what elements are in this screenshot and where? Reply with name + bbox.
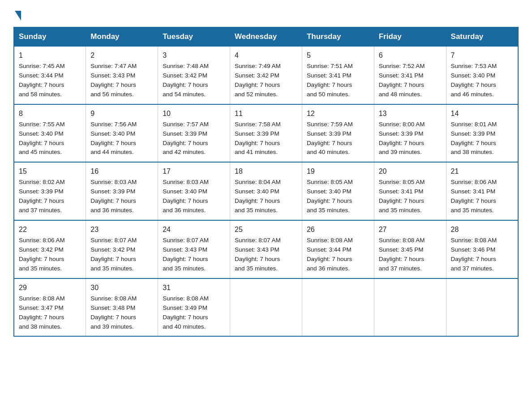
calendar-cell: 22 Sunrise: 8:06 AMSunset: 3:42 PMDaylig… xyxy=(14,220,86,278)
day-info: Sunrise: 7:47 AMSunset: 3:43 PMDaylight:… xyxy=(90,63,137,98)
calendar-cell xyxy=(302,278,374,337)
day-info: Sunrise: 8:02 AMSunset: 3:39 PMDaylight:… xyxy=(19,179,65,214)
calendar-week-2: 8 Sunrise: 7:55 AMSunset: 3:40 PMDayligh… xyxy=(14,104,518,163)
day-number: 9 xyxy=(90,108,153,119)
day-number: 8 xyxy=(19,108,81,119)
day-number: 15 xyxy=(19,166,81,177)
day-number: 20 xyxy=(379,166,442,177)
day-info: Sunrise: 7:53 AMSunset: 3:40 PMDaylight:… xyxy=(451,63,497,98)
day-number: 16 xyxy=(90,166,153,177)
day-number: 6 xyxy=(379,50,442,61)
calendar-cell: 9 Sunrise: 7:56 AMSunset: 3:40 PMDayligh… xyxy=(86,104,158,163)
header-tuesday: Tuesday xyxy=(158,27,230,46)
calendar-cell: 14 Sunrise: 8:01 AMSunset: 3:39 PMDaylig… xyxy=(446,104,518,163)
day-info: Sunrise: 7:56 AMSunset: 3:40 PMDaylight:… xyxy=(90,121,137,156)
day-number: 11 xyxy=(235,108,297,119)
day-info: Sunrise: 7:48 AMSunset: 3:42 PMDaylight:… xyxy=(163,63,209,98)
day-number: 3 xyxy=(163,50,225,61)
day-info: Sunrise: 8:06 AMSunset: 3:42 PMDaylight:… xyxy=(19,237,65,272)
calendar-cell: 3 Sunrise: 7:48 AMSunset: 3:42 PMDayligh… xyxy=(158,46,230,104)
day-number: 7 xyxy=(451,50,513,61)
day-number: 22 xyxy=(19,224,81,235)
calendar-cell: 29 Sunrise: 8:08 AMSunset: 3:47 PMDaylig… xyxy=(14,278,86,337)
day-info: Sunrise: 8:05 AMSunset: 3:41 PMDaylight:… xyxy=(379,179,425,214)
day-info: Sunrise: 7:49 AMSunset: 3:42 PMDaylight:… xyxy=(235,63,281,98)
calendar-cell xyxy=(446,278,518,337)
header-monday: Monday xyxy=(86,27,158,46)
day-number: 23 xyxy=(90,224,153,235)
calendar-cell: 12 Sunrise: 7:59 AMSunset: 3:39 PMDaylig… xyxy=(302,104,374,163)
day-number: 29 xyxy=(19,283,81,293)
day-info: Sunrise: 8:08 AMSunset: 3:45 PMDaylight:… xyxy=(379,237,425,272)
day-info: Sunrise: 7:45 AMSunset: 3:44 PMDaylight:… xyxy=(19,63,65,98)
header-thursday: Thursday xyxy=(302,27,374,46)
logo xyxy=(13,9,21,19)
day-number: 30 xyxy=(90,283,153,293)
calendar-cell: 19 Sunrise: 8:05 AMSunset: 3:40 PMDaylig… xyxy=(302,162,374,220)
day-info: Sunrise: 8:05 AMSunset: 3:40 PMDaylight:… xyxy=(307,179,353,214)
calendar-week-1: 1 Sunrise: 7:45 AMSunset: 3:44 PMDayligh… xyxy=(14,46,518,104)
calendar-week-3: 15 Sunrise: 8:02 AMSunset: 3:39 PMDaylig… xyxy=(14,162,518,220)
calendar-cell: 24 Sunrise: 8:07 AMSunset: 3:43 PMDaylig… xyxy=(158,220,230,278)
day-info: Sunrise: 7:57 AMSunset: 3:39 PMDaylight:… xyxy=(163,121,209,156)
calendar-cell xyxy=(230,278,302,337)
calendar-header-row: SundayMondayTuesdayWednesdayThursdayFrid… xyxy=(14,27,518,46)
day-number: 31 xyxy=(163,283,225,293)
calendar-cell: 27 Sunrise: 8:08 AMSunset: 3:45 PMDaylig… xyxy=(374,220,446,278)
day-info: Sunrise: 8:07 AMSunset: 3:43 PMDaylight:… xyxy=(235,237,281,272)
day-number: 25 xyxy=(235,224,297,235)
calendar-cell: 11 Sunrise: 7:58 AMSunset: 3:39 PMDaylig… xyxy=(230,104,302,163)
day-info: Sunrise: 8:03 AMSunset: 3:40 PMDaylight:… xyxy=(163,179,209,214)
calendar-cell: 13 Sunrise: 8:00 AMSunset: 3:39 PMDaylig… xyxy=(374,104,446,163)
header-friday: Friday xyxy=(374,27,446,46)
day-info: Sunrise: 8:01 AMSunset: 3:39 PMDaylight:… xyxy=(451,121,497,156)
calendar-cell: 31 Sunrise: 8:08 AMSunset: 3:49 PMDaylig… xyxy=(158,278,230,337)
day-number: 2 xyxy=(90,50,153,61)
day-info: Sunrise: 8:08 AMSunset: 3:44 PMDaylight:… xyxy=(307,237,353,272)
calendar-cell: 10 Sunrise: 7:57 AMSunset: 3:39 PMDaylig… xyxy=(158,104,230,163)
day-info: Sunrise: 8:06 AMSunset: 3:41 PMDaylight:… xyxy=(451,179,497,214)
day-number: 27 xyxy=(379,224,442,235)
day-number: 4 xyxy=(235,50,297,61)
calendar-cell: 28 Sunrise: 8:08 AMSunset: 3:46 PMDaylig… xyxy=(446,220,518,278)
calendar-cell: 4 Sunrise: 7:49 AMSunset: 3:42 PMDayligh… xyxy=(230,46,302,104)
calendar-cell: 16 Sunrise: 8:03 AMSunset: 3:39 PMDaylig… xyxy=(86,162,158,220)
day-number: 10 xyxy=(163,108,225,119)
day-info: Sunrise: 8:07 AMSunset: 3:43 PMDaylight:… xyxy=(163,237,209,272)
calendar-week-4: 22 Sunrise: 8:06 AMSunset: 3:42 PMDaylig… xyxy=(14,220,518,278)
day-info: Sunrise: 8:08 AMSunset: 3:49 PMDaylight:… xyxy=(163,295,209,330)
day-info: Sunrise: 7:55 AMSunset: 3:40 PMDaylight:… xyxy=(19,121,65,156)
day-number: 18 xyxy=(235,166,297,177)
calendar-cell: 1 Sunrise: 7:45 AMSunset: 3:44 PMDayligh… xyxy=(14,46,86,104)
day-number: 28 xyxy=(451,224,513,235)
calendar-cell: 7 Sunrise: 7:53 AMSunset: 3:40 PMDayligh… xyxy=(446,46,518,104)
day-number: 17 xyxy=(163,166,225,177)
calendar-cell: 20 Sunrise: 8:05 AMSunset: 3:41 PMDaylig… xyxy=(374,162,446,220)
calendar-cell: 21 Sunrise: 8:06 AMSunset: 3:41 PMDaylig… xyxy=(446,162,518,220)
day-number: 19 xyxy=(307,166,369,177)
day-number: 12 xyxy=(307,108,369,119)
calendar-cell: 8 Sunrise: 7:55 AMSunset: 3:40 PMDayligh… xyxy=(14,104,86,163)
calendar-week-5: 29 Sunrise: 8:08 AMSunset: 3:47 PMDaylig… xyxy=(14,278,518,337)
day-number: 5 xyxy=(307,50,369,61)
calendar-table: SundayMondayTuesdayWednesdayThursdayFrid… xyxy=(13,27,519,337)
calendar-cell: 30 Sunrise: 8:08 AMSunset: 3:48 PMDaylig… xyxy=(86,278,158,337)
day-info: Sunrise: 7:52 AMSunset: 3:41 PMDaylight:… xyxy=(379,63,425,98)
day-number: 13 xyxy=(379,108,442,119)
day-number: 24 xyxy=(163,224,225,235)
day-info: Sunrise: 8:08 AMSunset: 3:47 PMDaylight:… xyxy=(19,295,65,330)
day-number: 14 xyxy=(451,108,513,119)
calendar-cell: 5 Sunrise: 7:51 AMSunset: 3:41 PMDayligh… xyxy=(302,46,374,104)
day-info: Sunrise: 8:08 AMSunset: 3:48 PMDaylight:… xyxy=(90,295,137,330)
header-sunday: Sunday xyxy=(14,27,86,46)
page-header xyxy=(13,9,519,19)
day-number: 26 xyxy=(307,224,369,235)
calendar-cell: 18 Sunrise: 8:04 AMSunset: 3:40 PMDaylig… xyxy=(230,162,302,220)
day-info: Sunrise: 7:59 AMSunset: 3:39 PMDaylight:… xyxy=(307,121,353,156)
header-wednesday: Wednesday xyxy=(230,27,302,46)
day-info: Sunrise: 8:00 AMSunset: 3:39 PMDaylight:… xyxy=(379,121,425,156)
day-info: Sunrise: 7:51 AMSunset: 3:41 PMDaylight:… xyxy=(307,63,353,98)
calendar-cell xyxy=(374,278,446,337)
day-info: Sunrise: 8:07 AMSunset: 3:42 PMDaylight:… xyxy=(90,237,137,272)
calendar-cell: 2 Sunrise: 7:47 AMSunset: 3:43 PMDayligh… xyxy=(86,46,158,104)
